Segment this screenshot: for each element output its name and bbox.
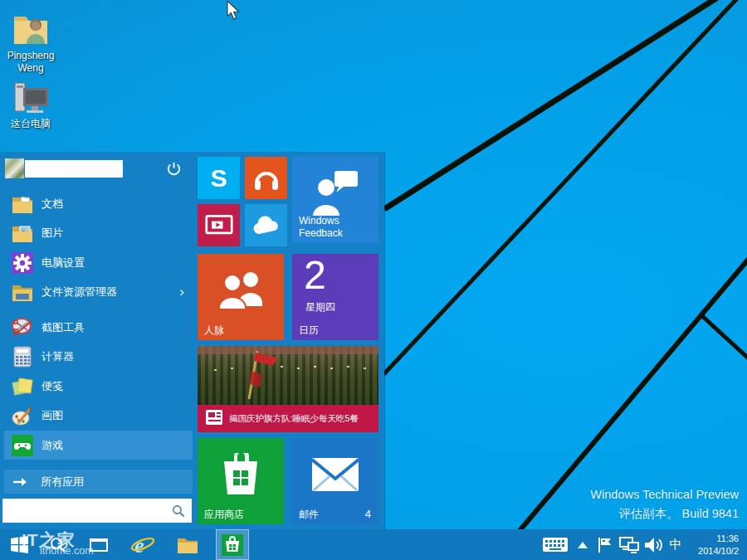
user-name-box[interactable] — [25, 160, 123, 178]
action-center-button[interactable] — [594, 529, 616, 560]
power-button[interactable] — [163, 158, 184, 178]
tile-video[interactable] — [198, 204, 240, 246]
internet-explorer-icon: e — [130, 533, 155, 557]
menu-item-file-explorer[interactable]: 文件资源管理器 › — [4, 278, 193, 307]
all-apps-arrow-icon — [12, 477, 31, 487]
flag-icon — [598, 537, 613, 553]
desktop-icon-label: Pingsheng Weng — [7, 50, 55, 74]
folder-icon — [177, 536, 198, 554]
tile-label: Windows Feedback — [299, 215, 357, 239]
pc-settings-gear-icon — [11, 251, 33, 274]
tile-people[interactable]: 人脉 — [198, 254, 284, 340]
build-watermark: Windows Technical Preview 评估副本。 Build 98… — [590, 485, 739, 523]
documents-folder-icon — [11, 192, 33, 215]
tile-onedrive[interactable] — [245, 204, 287, 246]
tile-mail[interactable]: 邮件 4 — [292, 438, 378, 524]
network-button[interactable] — [618, 529, 641, 560]
menu-item-label: 图片 — [42, 226, 63, 241]
file-explorer-icon — [11, 281, 33, 304]
store-taskbar-button[interactable] — [216, 529, 249, 560]
pictures-folder-icon — [11, 222, 33, 245]
show-hidden-icons-button[interactable] — [574, 529, 591, 560]
menu-item-pc-settings[interactable]: 电脑设置 — [4, 248, 193, 277]
menu-item-label: 电脑设置 — [42, 256, 85, 270]
start-button[interactable] — [0, 529, 38, 560]
tile-store[interactable]: 应用商店 — [198, 438, 284, 524]
menu-item-label: 游戏 — [42, 438, 63, 453]
chevron-up-icon — [578, 542, 588, 548]
menu-item-paint[interactable]: 画图 — [4, 402, 193, 431]
power-icon — [166, 161, 182, 177]
clock-time: 11:36 — [716, 533, 739, 545]
menu-item-snipping-tool[interactable]: 截图工具 — [4, 313, 193, 342]
calendar-weekday: 星期四 — [305, 300, 335, 314]
video-icon — [205, 214, 233, 237]
menu-item-label: 截图工具 — [42, 320, 85, 335]
onedrive-cloud-icon — [251, 216, 281, 236]
news-photo — [198, 346, 378, 405]
tile-windows-feedback[interactable]: Windows Feedback — [292, 157, 378, 243]
search-icon — [50, 537, 66, 553]
volume-button[interactable] — [642, 529, 664, 560]
watermark-line2: 评估副本。 Build 9841 — [590, 504, 739, 523]
user-avatar[interactable] — [5, 158, 24, 178]
calculator-icon — [11, 346, 33, 368]
svg-text:e: e — [134, 533, 144, 557]
menu-item-label: 计算器 — [42, 349, 74, 364]
internet-explorer-button[interactable]: e — [124, 529, 161, 560]
window-icon — [89, 538, 109, 553]
store-icon — [222, 534, 243, 556]
tile-music[interactable] — [245, 157, 287, 199]
menu-item-label: 文档 — [42, 197, 63, 212]
menu-item-sticky-notes[interactable]: 便笺 — [4, 372, 193, 401]
keyboard-icon — [543, 538, 568, 552]
user-folder-icon — [11, 10, 51, 48]
menu-item-pictures[interactable]: 图片 — [4, 219, 193, 248]
tile-label: 人脉 — [204, 324, 224, 336]
start-menu: 文档 图片 — [0, 152, 384, 529]
tile-skype[interactable]: S — [198, 157, 240, 199]
mail-unread-badge: 4 — [365, 508, 371, 520]
paint-icon — [11, 405, 33, 427]
windows-logo-icon — [11, 536, 28, 553]
tile-calendar[interactable]: 2 星期四 日历 — [292, 254, 378, 340]
task-view-button[interactable] — [81, 529, 116, 560]
watermark-line1: Windows Technical Preview — [590, 485, 739, 504]
sticky-notes-icon — [11, 375, 33, 397]
all-apps-button[interactable]: 所有应用 — [4, 470, 193, 494]
menu-item-label: 画图 — [42, 408, 63, 423]
desktop: Pingsheng Weng 这台电脑 Windows Technical Pr… — [0, 0, 747, 560]
start-menu-left-column: 文档 图片 — [0, 152, 194, 529]
file-explorer-button[interactable] — [169, 529, 206, 560]
menu-item-calculator[interactable]: 计算器 — [4, 343, 193, 372]
menu-item-label: 文件资源管理器 — [42, 285, 117, 299]
calendar-day: 2 — [304, 254, 326, 298]
mouse-cursor — [226, 1, 241, 21]
search-icon[interactable] — [172, 504, 185, 518]
clock-date: 2014/10/2 — [698, 545, 739, 558]
menu-item-games[interactable]: 游戏 — [4, 431, 193, 460]
ime-label: 中 — [670, 537, 682, 553]
menu-item-documents[interactable]: 文档 — [4, 189, 193, 218]
ime-indicator[interactable]: 中 — [666, 529, 686, 560]
start-tiles: S Windows Feedback — [198, 157, 378, 525]
snipping-tool-icon — [11, 316, 33, 338]
desktop-icon-label: 这台电脑 — [11, 118, 51, 129]
clock[interactable]: 11:36 2014/10/2 — [686, 529, 742, 560]
user-row — [5, 157, 188, 180]
network-icon — [619, 537, 639, 553]
games-icon — [11, 434, 33, 456]
desktop-icon-user-folder[interactable]: Pingsheng Weng — [0, 10, 61, 75]
touch-keyboard-button[interactable] — [540, 529, 571, 560]
taskbar-search-button[interactable] — [42, 529, 75, 560]
tile-news[interactable]: 揭国庆护旗方队:睡眠少每天吃5餐 — [198, 346, 378, 432]
desktop-icon-this-pc[interactable]: 这台电脑 — [0, 81, 61, 130]
tile-label: 邮件 — [299, 509, 319, 520]
submenu-chevron-icon[interactable]: › — [179, 284, 184, 300]
speaker-icon — [644, 537, 662, 553]
tile-label: 日历 — [299, 324, 319, 336]
start-search-input[interactable] — [2, 499, 192, 523]
menu-item-label: 便笺 — [42, 379, 63, 394]
taskbar: e — [0, 529, 747, 560]
all-apps-label: 所有应用 — [41, 475, 84, 489]
